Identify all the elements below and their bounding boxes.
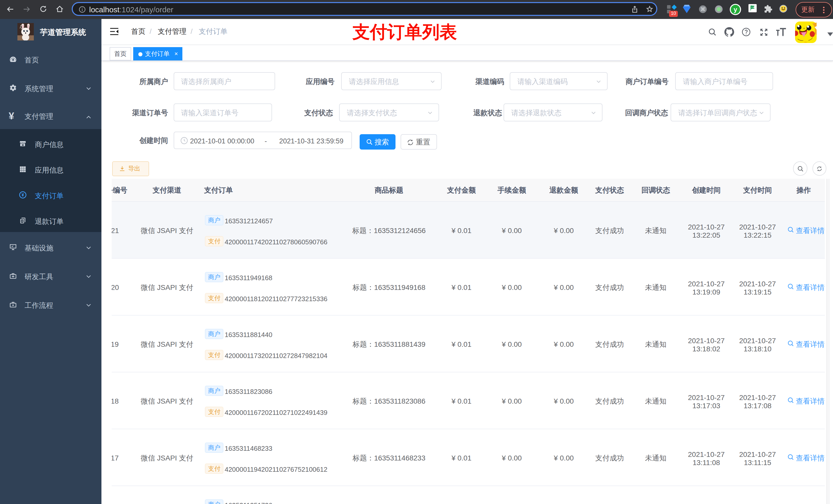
svg-text:y: y — [734, 6, 737, 13]
svg-text:¥: ¥ — [22, 192, 24, 197]
svg-text:⌘: ⌘ — [700, 6, 706, 12]
